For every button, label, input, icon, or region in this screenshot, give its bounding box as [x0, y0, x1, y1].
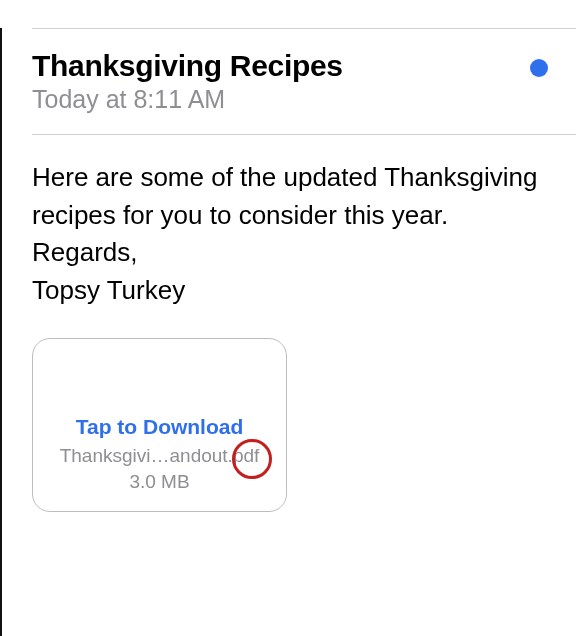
email-header: Thanksgiving Recipes Today at 8:11 AM — [2, 29, 586, 132]
body-line: Topsy Turkey — [32, 272, 556, 310]
email-body: Here are some of the updated Thanksgivin… — [2, 135, 586, 320]
email-timestamp: Today at 8:11 AM — [32, 85, 556, 114]
body-line: Regards, — [32, 234, 556, 272]
unread-indicator-icon — [530, 59, 548, 77]
email-view: Thanksgiving Recipes Today at 8:11 AM He… — [0, 28, 586, 636]
attachment-tile[interactable]: Tap to Download Thanksgivi…andout.pdf 3.… — [32, 338, 287, 512]
download-button[interactable]: Tap to Download — [76, 415, 244, 439]
attachment-filesize: 3.0 MB — [129, 471, 189, 493]
attachment-filename: Thanksgivi…andout.pdf — [60, 445, 260, 467]
body-line: Here are some of the updated Thanksgivin… — [32, 159, 556, 234]
email-subject: Thanksgiving Recipes — [32, 49, 556, 83]
